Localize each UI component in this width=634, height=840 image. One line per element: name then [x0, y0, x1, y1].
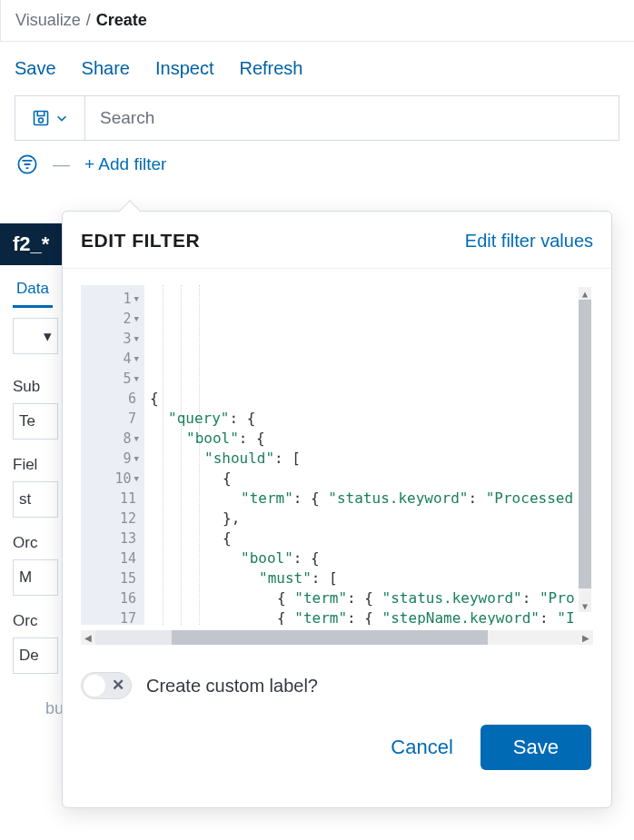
line-number: 4▼	[81, 349, 139, 369]
code-line[interactable]: { "term": { "stepName.keyword": "I	[148, 608, 593, 625]
tab-data[interactable]: Data	[13, 271, 53, 308]
code-line[interactable]: },	[148, 509, 593, 529]
cancel-button[interactable]: Cancel	[391, 736, 452, 759]
popover-header: EDIT FILTER Edit filter values	[63, 212, 611, 269]
popover-title: EDIT FILTER	[81, 230, 200, 252]
code-line[interactable]: "query": {	[148, 409, 593, 429]
order-label: Orc	[13, 534, 67, 552]
edit-filter-popover: EDIT FILTER Edit filter values 1▼2▼3▼4▼5…	[62, 211, 612, 808]
order2-label: Orc	[13, 612, 67, 630]
line-number: 3▼	[81, 329, 139, 349]
toggle-knob	[84, 675, 105, 697]
code-line[interactable]: "should": [	[148, 449, 593, 469]
editor-code[interactable]: {"query": {"bool": {"should": [{"term": …	[144, 285, 593, 625]
index-pattern-badge[interactable]: f2_*	[0, 223, 64, 265]
line-number: 6	[81, 389, 139, 409]
line-number: 2▼	[81, 309, 139, 329]
filter-bar: — + Add filter	[0, 141, 634, 188]
code-line[interactable]: "bool": {	[148, 429, 593, 449]
line-number: 10▼	[81, 469, 139, 489]
save-link[interactable]: Save	[15, 58, 56, 79]
filter-dash: —	[53, 154, 70, 174]
scroll-left-icon[interactable]: ◀	[81, 630, 95, 645]
line-number: 9▼	[81, 449, 139, 469]
background-form: ▾ Sub Te Fiel st Orc M Orc De bucket	[13, 318, 67, 718]
line-number: 14	[81, 548, 139, 568]
code-line[interactable]: "term": { "status.keyword": "Processed	[148, 489, 593, 509]
saved-query-button[interactable]	[15, 95, 85, 141]
code-line[interactable]: {	[148, 469, 593, 489]
line-number: 1▼	[81, 289, 139, 309]
scroll-hthumb[interactable]	[172, 630, 488, 645]
line-number: 13	[81, 529, 139, 548]
code-line[interactable]: "bool": {	[148, 548, 593, 568]
fold-icon[interactable]: ▼	[134, 289, 139, 309]
agg-collapse[interactable]: ▾	[13, 318, 58, 354]
inspect-link[interactable]: Inspect	[155, 58, 213, 79]
breadcrumb-sep: /	[86, 11, 91, 30]
fold-icon[interactable]: ▼	[134, 429, 139, 449]
filter-options-button[interactable]	[16, 153, 38, 175]
search-placeholder: Search	[100, 108, 154, 128]
line-number: 7	[81, 409, 139, 429]
code-line[interactable]: "must": [	[148, 568, 593, 588]
filter-icon	[17, 154, 37, 174]
svg-point-1	[39, 118, 44, 123]
field-select[interactable]: st	[13, 481, 58, 518]
scroll-up-icon[interactable]: ▲	[579, 287, 591, 300]
line-number: 17	[81, 608, 139, 628]
fold-icon[interactable]: ▼	[134, 329, 139, 349]
breadcrumb: Visualize / Create	[0, 0, 634, 42]
add-filter-button[interactable]: + Add filter	[84, 154, 166, 174]
line-number: 16	[81, 588, 139, 608]
fold-icon[interactable]: ▼	[134, 369, 139, 389]
share-link[interactable]: Share	[82, 58, 130, 79]
fold-icon[interactable]: ▼	[134, 309, 139, 329]
toolbar: Save Share Inspect Refresh	[0, 42, 634, 95]
fold-icon[interactable]: ▼	[134, 349, 139, 369]
custom-label-toggle[interactable]: ✕	[81, 672, 132, 699]
dsl-editor[interactable]: 1▼2▼3▼4▼5▼6 7 8▼9▼10▼11 12 13 14 15 16 1…	[81, 285, 593, 625]
refresh-link[interactable]: Refresh	[239, 58, 302, 79]
fold-icon[interactable]: ▼	[134, 449, 139, 469]
line-number: 8▼	[81, 429, 139, 449]
code-line[interactable]: {	[148, 389, 593, 409]
editor-vertical-scrollbar[interactable]: ▲ ▼	[579, 287, 591, 612]
sub-label: Sub	[13, 378, 67, 396]
line-number: 12	[81, 509, 139, 529]
line-number: 15	[81, 568, 139, 588]
close-icon: ✕	[112, 676, 124, 695]
popover-actions: Cancel Save	[63, 708, 611, 770]
search-input[interactable]: Search	[85, 95, 619, 141]
editor-gutter: 1▼2▼3▼4▼5▼6 7 8▼9▼10▼11 12 13 14 15 16 1…	[81, 285, 144, 625]
edit-filter-values-link[interactable]: Edit filter values	[465, 231, 593, 252]
search-row: Search	[0, 95, 634, 141]
sub-select[interactable]: Te	[13, 403, 58, 440]
code-line[interactable]: { "term": { "status.keyword": "Pro	[148, 588, 593, 608]
save-button[interactable]: Save	[480, 725, 591, 770]
order2-select[interactable]: De	[13, 637, 58, 674]
editor-horizontal-scrollbar[interactable]: ◀ ▶	[81, 630, 593, 645]
scroll-down-icon[interactable]: ▼	[579, 599, 591, 612]
scroll-vthumb[interactable]	[579, 300, 591, 588]
breadcrumb-parent[interactable]: Visualize	[15, 11, 81, 30]
chevron-down-icon	[55, 112, 68, 124]
order-select[interactable]: M	[13, 559, 58, 596]
scroll-right-icon[interactable]: ▶	[579, 630, 593, 645]
fold-icon[interactable]: ▼	[134, 469, 139, 489]
custom-label-text: Create custom label?	[146, 676, 318, 697]
code-line[interactable]: {	[148, 529, 593, 548]
save-icon	[32, 109, 50, 127]
custom-label-row: ✕ Create custom label?	[63, 645, 611, 708]
line-number: 11	[81, 489, 139, 509]
line-number: 5▼	[81, 369, 139, 389]
side-tabs: Data	[0, 271, 65, 310]
field-label: Fiel	[13, 456, 67, 474]
breadcrumb-current: Create	[96, 11, 147, 30]
